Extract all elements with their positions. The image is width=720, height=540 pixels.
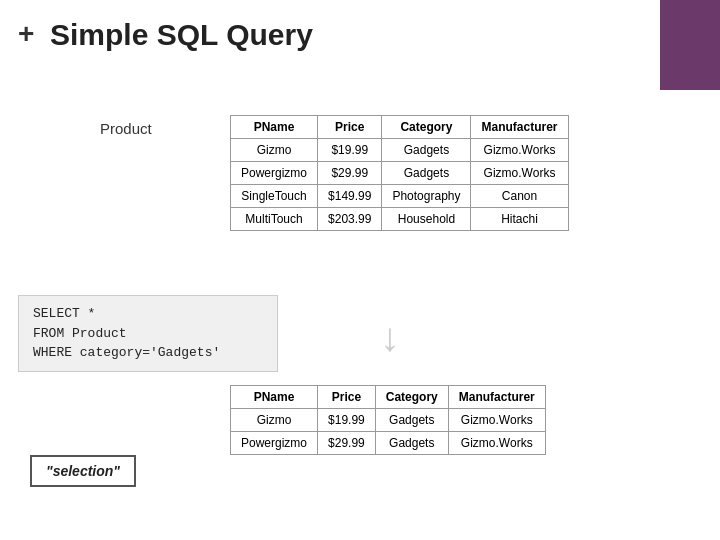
col-header-category: Category xyxy=(382,116,471,139)
table-row: Gizmo $19.99 Gadgets Gizmo.Works xyxy=(231,139,569,162)
cell-pname: SingleTouch xyxy=(231,185,318,208)
cell-price: $149.99 xyxy=(318,185,382,208)
table-row: MultiTouch $203.99 Household Hitachi xyxy=(231,208,569,231)
cell-pname: Powergizmo xyxy=(231,432,318,455)
sql-line-2: FROM Product xyxy=(33,324,263,344)
top-product-table: PName Price Category Manufacturer Gizmo … xyxy=(230,115,569,231)
cell-category: Gadgets xyxy=(375,409,448,432)
cell-category: Gadgets xyxy=(382,139,471,162)
page-title: Simple SQL Query xyxy=(50,18,313,52)
col-header-category: Category xyxy=(375,386,448,409)
cell-price: $29.99 xyxy=(318,162,382,185)
cell-category: Household xyxy=(382,208,471,231)
down-arrow-icon: ↓ xyxy=(380,315,400,360)
cell-price: $203.99 xyxy=(318,208,382,231)
table-row: Powergizmo $29.99 Gadgets Gizmo.Works xyxy=(231,432,546,455)
cell-manufacturer: Gizmo.Works xyxy=(471,139,568,162)
cell-pname: Gizmo xyxy=(231,409,318,432)
table-row: Gizmo $19.99 Gadgets Gizmo.Works xyxy=(231,409,546,432)
cell-manufacturer: Hitachi xyxy=(471,208,568,231)
plus-icon: + xyxy=(18,18,34,50)
cell-manufacturer: Gizmo.Works xyxy=(471,162,568,185)
sql-code-block: SELECT * FROM Product WHERE category='Ga… xyxy=(18,295,278,372)
cell-category: Photography xyxy=(382,185,471,208)
col-header-manufacturer: Manufacturer xyxy=(448,386,545,409)
table-row: Powergizmo $29.99 Gadgets Gizmo.Works xyxy=(231,162,569,185)
cell-price: $19.99 xyxy=(318,409,376,432)
col-header-pname: PName xyxy=(231,386,318,409)
product-label: Product xyxy=(100,120,152,137)
col-header-price: Price xyxy=(318,386,376,409)
cell-category: Gadgets xyxy=(382,162,471,185)
table-row: SingleTouch $149.99 Photography Canon xyxy=(231,185,569,208)
cell-manufacturer: Canon xyxy=(471,185,568,208)
cell-price: $19.99 xyxy=(318,139,382,162)
bottom-result-table: PName Price Category Manufacturer Gizmo … xyxy=(230,385,546,455)
selection-badge: "selection" xyxy=(30,455,136,487)
cell-pname: Powergizmo xyxy=(231,162,318,185)
col-header-pname: PName xyxy=(231,116,318,139)
cell-manufacturer: Gizmo.Works xyxy=(448,432,545,455)
cell-price: $29.99 xyxy=(318,432,376,455)
cell-pname: MultiTouch xyxy=(231,208,318,231)
sql-line-1: SELECT * xyxy=(33,304,263,324)
sql-line-3: WHERE category='Gadgets' xyxy=(33,343,263,363)
col-header-manufacturer: Manufacturer xyxy=(471,116,568,139)
cell-category: Gadgets xyxy=(375,432,448,455)
purple-decoration xyxy=(660,0,720,90)
cell-manufacturer: Gizmo.Works xyxy=(448,409,545,432)
cell-pname: Gizmo xyxy=(231,139,318,162)
col-header-price: Price xyxy=(318,116,382,139)
